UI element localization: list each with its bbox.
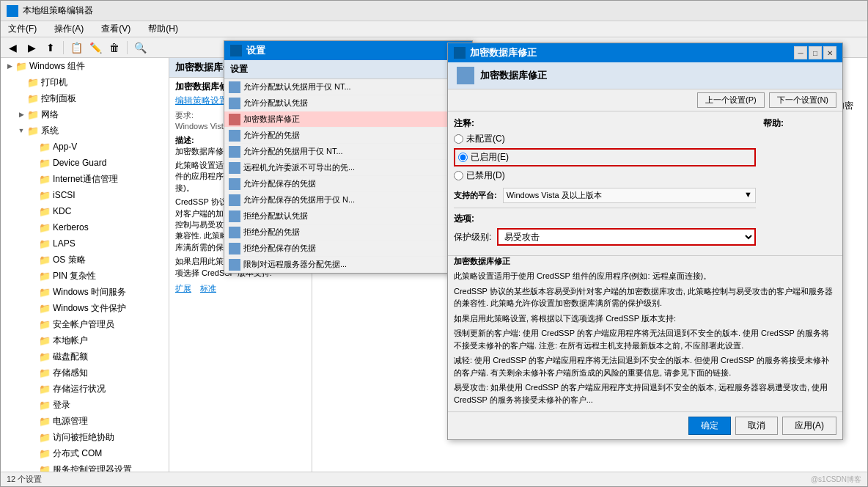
desc-label: 描述: [175,136,194,144]
filter-button[interactable]: 🔍 [131,40,149,56]
tree-item-accessdenied[interactable]: 📁 访问被拒绝协助 [1,429,169,445]
settings-item-1[interactable]: 允许分配默认凭据 [224,95,472,111]
options-section: 选项: 保护级别: 强制更新的客户端 减轻 易受攻击 [454,208,756,246]
settings-dialog-title: 设置 [224,41,472,60]
tree-item-windows-components[interactable]: ▶ 📁 Windows 组件 [1,58,169,74]
cancel-button[interactable]: 取消 [735,417,778,435]
settings-item-2-highlighted[interactable]: 加密数据库修正 [224,111,472,128]
tree-item-ospolicy[interactable]: 📁 OS 策略 [1,252,169,268]
label-storagehealth: 存储运行状况 [53,382,106,395]
edit-button[interactable]: ✏️ [87,40,104,56]
tree-item-kdc[interactable]: 📁 KDC [1,203,169,219]
settings-item-11[interactable]: 限制对远程服务器分配凭据... [224,257,472,273]
settings-item-4[interactable]: 允许分配的凭据用于仅 NT... [224,144,472,160]
si-icon-10 [229,243,240,255]
tree-item-iscsi[interactable]: 📁 iSCSI [1,187,169,203]
tree-item-login[interactable]: 📁 登录 [1,397,169,413]
tree-item-wintimesvc[interactable]: 📁 Windows 时间服务 [1,284,169,300]
props-dialog-title-btns: ─ □ ✕ [794,46,836,59]
tree-item-sam[interactable]: 📁 安全帐户管理员 [1,316,169,332]
tree-item-winfileprotect[interactable]: 📁 Windows 文件保护 [1,300,169,316]
folder-icon-laps: 📁 [39,238,51,249]
settings-item-8[interactable]: 拒绝分配默认凭据 [224,208,472,224]
tree-item-internet[interactable]: 📁 Internet通信管理 [1,171,169,187]
settings-item-9[interactable]: 拒绝分配的凭据 [224,224,472,241]
policy-link[interactable]: 编辑策略设置 [175,95,228,106]
tree-item-scm[interactable]: 📁 服务控制管理器设置 [1,461,169,472]
up-button[interactable]: ⬆ [42,40,59,56]
left-panel: ▶ 📁 Windows 组件 📁 打印机 📁 控制面板 ▶ 📁 网络 ▼ [1,58,169,472]
props-close-button[interactable]: ✕ [823,46,836,59]
tree-item-powermgmt[interactable]: 📁 电源管理 [1,413,169,429]
tree-item-storagehealth[interactable]: 📁 存储运行状况 [1,381,169,397]
si-icon-1 [229,98,240,109]
tree-item-localaccount[interactable]: 📁 本地帐户 [1,332,169,348]
folder-icon-system: 📁 [27,125,39,136]
prev-setting-button[interactable]: 上一个设置(P) [697,92,765,108]
props-header-title: 加密数据库修正 [480,69,547,82]
radio-enabled[interactable] [458,153,468,162]
settings-item-6[interactable]: 允许分配保存的凭据 [224,176,472,192]
toolbar-sep-1 [63,41,64,54]
settings-item-10[interactable]: 拒绝分配保存的凭据 [224,241,472,257]
radio-unconfigured[interactable] [454,134,463,144]
tree-item-diskquota[interactable]: 📁 磁盘配额 [1,348,169,365]
folder-icon-login: 📁 [39,399,51,411]
title-bar: 本地组策略编辑器 [1,1,867,21]
platform-dropdown-arrow[interactable]: ▼ [744,190,752,199]
props-minimize-button[interactable]: ─ [794,46,807,59]
settings-item-7[interactable]: 允许分配保存的凭据用于仅 N... [224,192,472,208]
protection-select[interactable]: 强制更新的客户端 减轻 易受攻击 [497,228,756,246]
protection-row: 保护级别: 强制更新的客户端 减轻 易受攻击 [454,228,756,246]
menu-action[interactable]: 操作(A) [50,21,88,37]
menu-help[interactable]: 帮助(H) [144,21,183,37]
settings-content: 设置 允许分配默认凭据用于仅 NT... 允许分配默认凭据 加密数据库修正 允许… [224,60,472,273]
radio-unconfigured-text: 未配置(C) [466,133,505,145]
standard-link[interactable]: 标准 [200,283,216,294]
settings-item-0[interactable]: 允许分配默认凭据用于仅 NT... [224,79,472,95]
expand-link[interactable]: 扩展 [175,283,191,294]
copy-button[interactable]: 📋 [67,40,85,56]
menu-view[interactable]: 查看(V) [97,21,135,37]
tree-item-appv[interactable]: 📁 App-V [1,139,169,155]
tree-item-network[interactable]: ▶ 📁 网络 [1,106,169,122]
radio-unconfigured-label[interactable]: 未配置(C) [454,133,756,145]
folder-icon-pin: 📁 [39,270,51,282]
tree-item-laps[interactable]: 📁 LAPS [1,235,169,252]
folder-icon-internet: 📁 [39,173,51,185]
settings-item-5[interactable]: 远程机允许委派不可导出的凭... [224,160,472,176]
expand-standard-row: 扩展 标准 [169,280,312,297]
comment-label: 注释: [454,117,756,130]
settings-item-3[interactable]: 允许分配的凭据 [224,128,472,144]
delete-button[interactable]: 🗑 [106,40,123,56]
tree-item-deviceguard[interactable]: 📁 Device Guard [1,155,169,171]
tree-item-system[interactable]: ▼ 📁 系统 [1,122,169,139]
tree-item-pin[interactable]: 📁 PIN 复杂性 [1,268,169,284]
radio-disabled[interactable] [454,171,463,180]
radio-disabled-label[interactable]: 已禁用(D) [454,169,756,182]
apply-button[interactable]: 应用(A) [782,417,836,435]
props-right-section: 帮助: [763,117,836,252]
tree-item-printer[interactable]: 📁 打印机 [1,74,169,90]
back-button[interactable]: ◀ [4,40,21,56]
si-icon-4 [229,146,240,158]
tree-item-kerberos[interactable]: 📁 Kerberos [1,219,169,235]
si-text-7: 允许分配保存的凭据用于仅 N... [243,194,355,205]
si-icon-5 [229,162,240,174]
props-left-section: 注释: 未配置(C) 已启用(E) 已禁用(D) 支持的平台: [454,117,756,252]
help-para-6: 易受攻击: 如果使用 CredSSP 的客户端应用程序支持回退到不安全的版本, … [454,381,836,406]
next-setting-button[interactable]: 下一个设置(N) [769,92,836,108]
folder-icon-kdc: 📁 [39,205,51,217]
ok-button[interactable]: 确定 [688,417,731,435]
folder-icon-storagefeel: 📁 [39,367,51,378]
tree-item-dcom[interactable]: 📁 分布式 COM [1,445,169,461]
props-maximize-button[interactable]: □ [809,46,822,59]
folder-icon-winfileprotect: 📁 [39,302,51,314]
forward-button[interactable]: ▶ [23,40,40,56]
tree-item-controlpanel[interactable]: 📁 控制面板 [1,90,169,106]
tree-item-storagefeel[interactable]: 📁 存储感知 [1,365,169,381]
si-icon-0 [229,81,240,93]
radio-enabled-label[interactable]: 已启用(E) [454,148,756,166]
menu-file[interactable]: 文件(F) [4,21,41,37]
settings-header: 设置 [224,60,472,79]
